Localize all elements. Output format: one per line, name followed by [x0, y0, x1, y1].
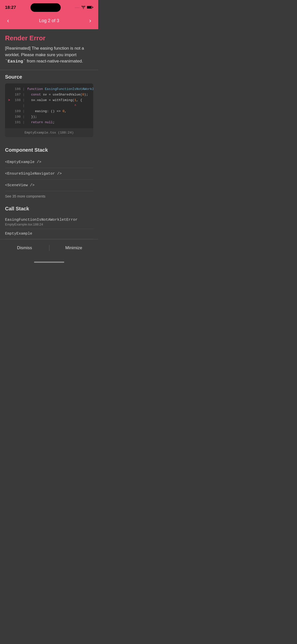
prev-log-button[interactable]: ‹ [5, 16, 11, 25]
dynamic-island [30, 3, 61, 12]
source-section: Source 186 | function EasingFunctionIsNo… [0, 70, 98, 137]
home-bar [34, 262, 64, 263]
call-stack-file-0: EmptyExample.tsx:188:24 [5, 222, 93, 226]
source-title: Source [5, 74, 93, 80]
call-stack-section: Call Stack EasingFunctionIsNotAWorkletEr… [0, 202, 98, 239]
code-line-189: 189 | easing: () => 0, [5, 109, 93, 114]
error-message-text1: [Reanimated] The easing function is not … [5, 46, 84, 57]
call-stack-fn-0: EasingFunctionIsNotAWorkletError [5, 218, 93, 222]
battery-icon [87, 6, 93, 10]
wifi-icon [81, 6, 85, 10]
stack-item-ensure-single-navigator: <EnsureSingleNavigator /> [5, 168, 93, 180]
code-block: 186 | function EasingFunctionIsNotAWorkl… [5, 83, 93, 137]
svg-rect-1 [87, 6, 91, 8]
code-line-188: > 188 | sv.value = withTiming(1, { [5, 98, 93, 103]
see-more-components: See 35 more components [5, 191, 93, 199]
code-line-caret: | ^ [5, 103, 93, 109]
stack-item-empty-example: <EmptyExample /> [5, 156, 93, 168]
call-stack-fn-1: EmptyExample [5, 232, 93, 236]
svg-rect-2 [92, 7, 93, 8]
error-code-span: `Easing` [5, 59, 26, 64]
code-file-bar: EmptyExample.tsx (188:24) [5, 128, 93, 137]
dismiss-button[interactable]: Dismiss [0, 243, 49, 252]
nav-title: Log 2 of 3 [39, 18, 59, 23]
call-stack-item-0: EasingFunctionIsNotAWorkletError EmptyEx… [5, 215, 93, 229]
stack-item-scene-view: <SceneView /> [5, 180, 93, 191]
component-stack-section: Component Stack <EmptyExample /> <Ensure… [0, 142, 98, 202]
status-bar: 18:27 ···· [0, 0, 98, 14]
dots-icon: ···· [75, 6, 80, 9]
code-line-190: 190 | }); [5, 114, 93, 120]
content-area: Render Error [Reanimated] The easing fun… [0, 29, 98, 239]
code-line-186: 186 | function EasingFunctionIsNotAWorkl… [5, 86, 93, 92]
status-icons: ···· [75, 6, 93, 10]
error-message: [Reanimated] The easing function is not … [5, 45, 93, 65]
nav-bar: ‹ Log 2 of 3 › [0, 14, 98, 29]
line-number-186: 186 [13, 86, 21, 92]
code-lines: 186 | function EasingFunctionIsNotAWorkl… [5, 83, 93, 128]
code-line-187: 187 | const sv = useSharedValue(0); [5, 92, 93, 98]
call-stack-title: Call Stack [5, 206, 93, 212]
error-message-text2: from react-native-reanimated. [26, 59, 83, 63]
error-title: Render Error [5, 34, 93, 42]
code-line-191: 191 | return null; [5, 120, 93, 125]
call-stack-item-1: EmptyExample [5, 229, 93, 239]
minimize-button[interactable]: Minimize [49, 243, 98, 252]
bottom-bar: Dismiss Minimize [0, 239, 98, 260]
line-code-186: function EasingFunctionIsNotAWorkletErro… [27, 86, 93, 92]
component-stack-title: Component Stack [5, 147, 93, 153]
home-indicator [0, 260, 98, 265]
status-time: 18:27 [5, 5, 16, 10]
next-log-button[interactable]: › [87, 16, 93, 25]
error-section: Render Error [Reanimated] The easing fun… [0, 29, 98, 70]
